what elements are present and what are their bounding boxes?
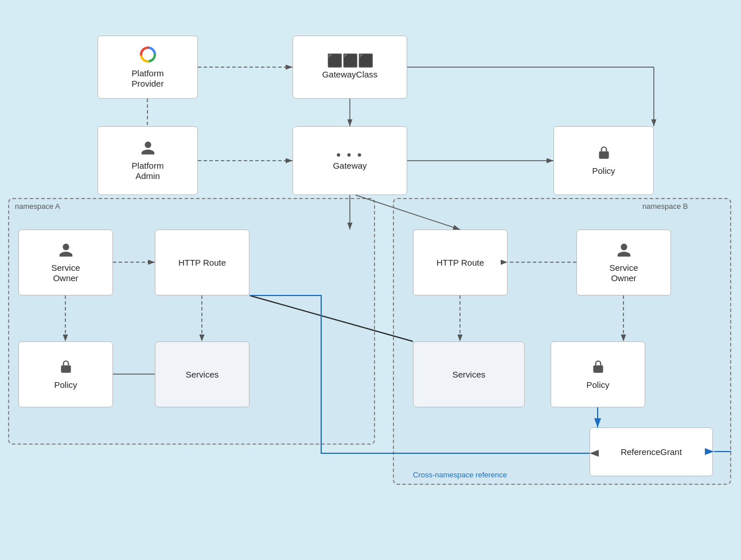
- reference-grant-label: ReferenceGrant: [621, 447, 682, 457]
- http-route-b-node: HTTP Route: [413, 230, 508, 295]
- gateway-class-node: ⬛⬛⬛ GatewayClass: [292, 36, 407, 99]
- namespace-a-label: namespace A: [15, 202, 60, 211]
- http-route-a-node: HTTP Route: [155, 230, 249, 295]
- google-icon: [139, 45, 157, 66]
- gateway-class-label: GatewayClass: [322, 69, 378, 80]
- service-owner-b-node: Service Owner: [576, 230, 671, 295]
- gateway-node: ● ● ● Gateway: [292, 126, 407, 195]
- person-icon-soa: [58, 242, 74, 260]
- cross-ns-label: Cross-namespace reference: [413, 470, 507, 479]
- lock-icon-b: [591, 359, 606, 378]
- platform-admin-label: Platform Admin: [132, 161, 164, 181]
- policy-b-node: Policy: [551, 341, 645, 407]
- gateway-label: Gateway: [333, 161, 366, 171]
- service-owner-b-label: Service Owner: [609, 263, 638, 283]
- services-b-node: Services: [413, 341, 525, 407]
- http-route-a-label: HTTP Route: [178, 258, 226, 268]
- dots-icon-gw: ● ● ●: [336, 150, 364, 158]
- lock-icon-a: [58, 359, 73, 378]
- namespace-b-label: namespace B: [642, 202, 688, 211]
- policy-a-node: Policy: [18, 341, 113, 407]
- diagram-container: namespace A namespace B Platform Provide…: [0, 0, 741, 560]
- policy-b-label: Policy: [586, 380, 609, 390]
- lock-icon-top: [596, 145, 611, 164]
- services-a-label: Services: [186, 370, 219, 380]
- service-owner-a-label: Service Owner: [51, 263, 80, 283]
- policy-top-label: Policy: [592, 166, 615, 176]
- platform-provider-label: Platform Provider: [132, 68, 164, 89]
- svg-rect-3: [593, 365, 603, 372]
- dots-icon-gc: ⬛⬛⬛: [327, 55, 373, 67]
- svg-rect-2: [61, 365, 71, 372]
- platform-admin-node: Platform Admin: [98, 126, 198, 195]
- services-a-node: Services: [155, 341, 249, 407]
- reference-grant-node: ReferenceGrant: [590, 427, 713, 476]
- person-icon-pa: [140, 140, 156, 158]
- http-route-b-label: HTTP Route: [436, 258, 484, 268]
- policy-top-node: Policy: [553, 126, 654, 195]
- person-icon-sob: [616, 242, 632, 260]
- policy-a-label: Policy: [54, 380, 77, 390]
- service-owner-a-node: Service Owner: [18, 230, 113, 295]
- svg-rect-1: [599, 151, 609, 159]
- platform-provider-node: Platform Provider: [98, 36, 198, 99]
- services-b-label: Services: [453, 370, 486, 380]
